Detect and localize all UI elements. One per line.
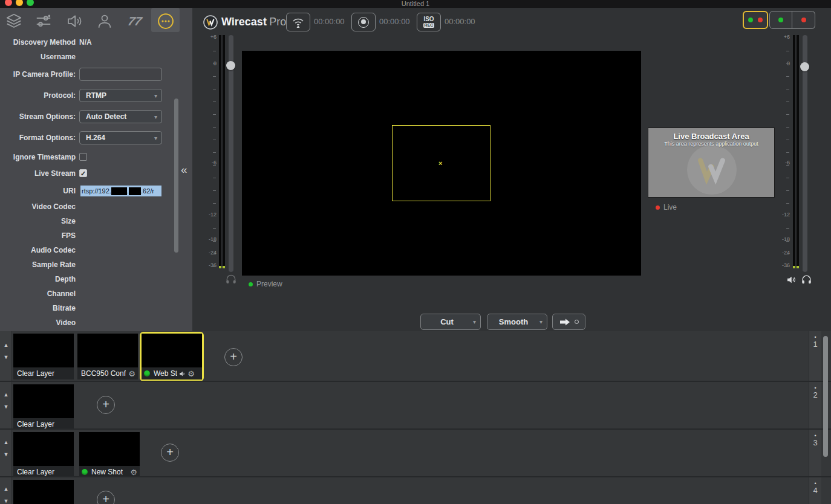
shot-label: Web St — [150, 369, 177, 378]
discovery-method-label: Discovery Method — [0, 38, 76, 47]
shot-clear-layer[interactable]: Clear Layer — [13, 432, 74, 478]
move-layer-up-button[interactable]: ▲ — [0, 439, 12, 445]
source-selection-box[interactable]: × — [392, 125, 490, 201]
shot-label: Clear Layer — [13, 468, 54, 476]
layers-icon[interactable] — [5, 12, 23, 30]
add-shot-button[interactable]: + — [224, 348, 243, 366]
move-layer-up-button[interactable]: ▲ — [0, 342, 12, 348]
preview-status: Preview — [249, 280, 282, 288]
live-dot-icon — [82, 469, 88, 475]
move-layer-up-button[interactable]: ▲ — [0, 486, 12, 492]
transition-1-value: Cut — [421, 317, 473, 326]
shot-clear-layer[interactable]: Clear Layer — [13, 334, 74, 380]
preview-volume-knob[interactable] — [226, 61, 235, 70]
stream-options-select[interactable]: Auto Detect ▾ — [79, 110, 162, 123]
move-layer-up-button[interactable]: ▲ — [0, 392, 12, 398]
uri-input[interactable]: rtsp://192...62/r — [80, 186, 161, 196]
shot-web-stream-selected[interactable]: Web St ⚙ — [140, 332, 204, 381]
bitrate-label: Bitrate — [0, 304, 76, 312]
wifi-icon — [290, 15, 306, 30]
transition-1-select[interactable]: Cut ▾ — [420, 314, 481, 330]
preview-volume-slider[interactable] — [229, 35, 233, 272]
iso-record-button[interactable]: ISO REC — [417, 13, 441, 31]
audio-mixer-icon[interactable] — [34, 12, 53, 30]
shot-new-shot[interactable]: New Shot ⚙ — [79, 432, 140, 478]
discovery-method-value: N/A — [79, 38, 92, 47]
layer-number: 3 — [809, 439, 821, 447]
ignore-timestamp-checkbox[interactable] — [79, 153, 87, 161]
live-volume-knob[interactable] — [800, 62, 809, 71]
add-shot-button[interactable]: + — [97, 491, 115, 504]
stream-button[interactable] — [286, 13, 310, 31]
meter-bar-left-channel — [793, 35, 795, 268]
layers-scrollbar[interactable] — [823, 336, 828, 457]
record-button[interactable] — [351, 13, 376, 31]
go-transition-button[interactable] — [552, 314, 585, 330]
uri-text-part: rtsp://192. — [82, 187, 111, 195]
layer-row-2: ▲ ▼ Clear Layer + • 2 — [0, 382, 831, 428]
layer-row-4: ▲ ▼ Clear Layer + • 4 — [0, 477, 831, 504]
shot-clear-layer[interactable]: Clear Layer — [13, 480, 74, 504]
meter-bar-left-channel — [219, 35, 221, 268]
live-stream-checkbox[interactable] — [79, 169, 87, 177]
iso-rec-badge: REC — [423, 23, 435, 28]
live-broadcast-title: Live Broadcast Area — [648, 132, 774, 141]
meter-bar-right-channel — [223, 35, 225, 268]
layer-row-3: ▲ ▼ Clear Layer New Shot ⚙ + • 3 — [0, 430, 831, 476]
app-name: Wirecast — [221, 16, 267, 28]
shot-label: BCC950 Conf — [77, 369, 126, 378]
stream-time: 00:00:00 — [314, 17, 345, 26]
sidebar-scrollbar[interactable] — [174, 99, 178, 253]
gear-icon[interactable]: ⚙ — [128, 370, 138, 378]
layer-reorder-column: ▲ ▼ — [0, 477, 12, 504]
layer-number-column: • 1 — [809, 331, 821, 381]
ip-camera-profile-input[interactable] — [79, 68, 162, 81]
layout-preview-only-button[interactable] — [769, 11, 792, 29]
audio-codec-label: Audio Codec — [0, 246, 76, 254]
source-settings-sidebar: 77 Discovery Method N/A Username IP Came… — [0, 8, 192, 331]
gear-icon[interactable]: ⚙ — [187, 370, 197, 378]
speaker-icon[interactable] — [178, 370, 186, 378]
iso-time: 00:00:00 — [445, 17, 475, 26]
add-shot-button[interactable]: + — [161, 444, 179, 462]
add-shot-button[interactable]: + — [97, 396, 115, 414]
replay-icon[interactable]: 77 — [124, 12, 146, 30]
move-layer-down-button[interactable]: ▼ — [0, 498, 12, 504]
preview-canvas[interactable]: × — [242, 51, 641, 276]
app-edition: Pro — [269, 16, 286, 28]
red-dot-icon — [801, 18, 806, 22]
shot-clear-layer[interactable]: Clear Layer — [13, 384, 74, 430]
speaker-icon[interactable] — [786, 274, 797, 288]
move-layer-down-button[interactable]: ▼ — [0, 354, 12, 360]
transition-2-select[interactable]: Smooth ▾ — [487, 314, 547, 330]
headphones-icon[interactable] — [801, 274, 812, 288]
layout-preview-live-button[interactable] — [743, 11, 768, 29]
live-status: Live — [656, 203, 677, 212]
protocol-select[interactable]: RTMP ▾ — [79, 89, 162, 102]
record-icon — [358, 17, 369, 28]
move-layer-down-button[interactable]: ▼ — [0, 451, 12, 457]
layer-number: 4 — [809, 486, 821, 495]
more-options-icon[interactable] — [157, 12, 175, 30]
format-options-select[interactable]: H.264 ▾ — [79, 131, 162, 144]
video-codec-label: Video Codec — [0, 202, 76, 211]
size-label: Size — [0, 217, 76, 225]
chevron-down-icon: ▾ — [154, 114, 161, 120]
shot-bcc950[interactable]: BCC950 Conf ⚙ — [77, 334, 138, 380]
shot-thumbnail — [142, 334, 202, 367]
headphones-icon[interactable] — [225, 273, 237, 288]
gear-icon[interactable]: ⚙ — [130, 468, 140, 476]
wirecast-logo — [203, 15, 218, 30]
audio-monitor-icon[interactable] — [65, 12, 83, 30]
shot-thumbnail — [79, 432, 140, 466]
social-comments-icon[interactable] — [96, 12, 114, 30]
selection-center-handle[interactable]: × — [438, 160, 442, 167]
transition-2-value: Smooth — [487, 317, 539, 326]
move-layer-down-button[interactable]: ▼ — [0, 404, 12, 410]
layout-live-only-button[interactable] — [792, 11, 815, 29]
collapse-sidebar-chevron[interactable]: « — [181, 163, 187, 176]
webcam-thumbnail — [77, 334, 138, 367]
live-label: Live — [663, 203, 677, 212]
layer-number-column: • 4 — [809, 477, 821, 504]
meter-ticks — [213, 39, 216, 268]
